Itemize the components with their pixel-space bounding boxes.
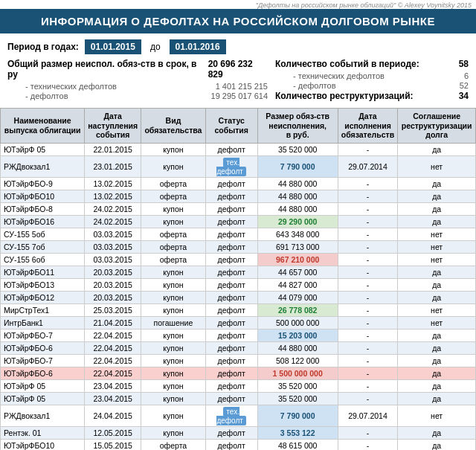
cell-amount: 1 500 000 000 [257, 367, 338, 379]
cell-agreement: нет [398, 253, 476, 266]
cell-bond-name: ЮТэйрФБО10 [1, 190, 85, 202]
cell-agreement: да [398, 202, 476, 215]
cell-amount: 691 713 000 [257, 240, 338, 253]
cell-obligation-type: купон [141, 341, 205, 354]
cell-exec-date: - [338, 354, 398, 367]
cell-bond-name: ЮТэйрФБО10 [1, 439, 85, 450]
cell-agreement: да [398, 426, 476, 439]
cell-agreement: нет [398, 155, 476, 177]
col-type: Видобязательства [141, 109, 205, 144]
cell-exec-date: - [338, 329, 398, 341]
cell-bond-name: ЮТэйрФ 05 [1, 143, 85, 155]
table-row: МирСтрТех125.03.2015купондефолт26 778 08… [1, 303, 476, 316]
table-row: СУ-155 5об03.03.2015офертадефолт643 348 … [1, 228, 476, 240]
cell-event-status: дефолт [205, 379, 257, 392]
cell-event-date: 23.04.2015 [85, 392, 141, 405]
cell-event-status: дефолт [205, 316, 257, 329]
table-row: ЮТэйрФБО-622.04.2015купондефолт44 880 00… [1, 341, 476, 354]
cell-agreement: да [398, 354, 476, 367]
cell-event-status: дефолт [205, 392, 257, 405]
cell-event-status: дефолт [205, 266, 257, 278]
cell-amount: 44 880 000 [257, 202, 338, 215]
cell-event-status: дефолт [205, 215, 257, 228]
total-label: Общий размер неиспол. обяз-ств в срок, в… [7, 59, 202, 80]
cell-amount: 35 520 000 [257, 379, 338, 392]
events-value: 58 [459, 59, 469, 71]
cell-exec-date: - [338, 215, 398, 228]
table-row: СУ-155 6об03.03.2015офертадефолт967 210 … [1, 253, 476, 266]
cell-amount: 35 520 000 [257, 143, 338, 155]
cell-agreement: да [398, 291, 476, 303]
period-from-date[interactable]: 01.01.2015 [85, 39, 141, 54]
cell-exec-date: - [338, 291, 398, 303]
cell-bond-name: СУ-155 5об [1, 228, 85, 240]
table-header-row: Наименованиевыпуска облигации Датанаступ… [1, 109, 476, 144]
cell-exec-date: - [338, 316, 398, 329]
cell-amount: 508 122 000 [257, 354, 338, 367]
cell-agreement: да [398, 439, 476, 450]
table-row: ИнтрБанк121.04.2015погашениедефолт500 00… [1, 316, 476, 329]
events-label: Количество событий в периоде: [275, 59, 419, 69]
default-label: - дефолтов [25, 91, 68, 100]
cell-exec-date: - [338, 392, 398, 405]
cell-event-date: 23.01.2015 [85, 155, 141, 177]
cell-event-date: 22.04.2015 [85, 354, 141, 367]
cell-amount: 7 790 000 [257, 405, 338, 426]
cell-exec-date: 29.07.2014 [338, 405, 398, 426]
cell-bond-name: СУ-155 7об [1, 240, 85, 253]
cell-obligation-type: оферта [141, 253, 205, 266]
cell-event-date: 20.03.2015 [85, 291, 141, 303]
cell-event-status: дефолт [205, 303, 257, 316]
cell-agreement: да [398, 215, 476, 228]
table-row: ЮТэйрФБО-824.02.2015купондефолт44 880 00… [1, 202, 476, 215]
cell-obligation-type: купон [141, 291, 205, 303]
cell-bond-name: ЮТэйрФБО16 [1, 215, 85, 228]
cell-bond-name: РЖДвокзал1 [1, 405, 85, 426]
cell-amount: 44 880 000 [257, 177, 338, 190]
cell-bond-name: ИнтрБанк1 [1, 316, 85, 329]
cell-event-status: дефолт [205, 253, 257, 266]
cell-obligation-type: купон [141, 278, 205, 291]
cell-exec-date: - [338, 266, 398, 278]
cell-exec-date: 29.07.2014 [338, 155, 398, 177]
cell-obligation-type: купон [141, 405, 205, 426]
cell-event-status: дефолт [205, 354, 257, 367]
cell-exec-date: - [338, 278, 398, 291]
cell-event-date: 20.03.2015 [85, 266, 141, 278]
cell-agreement: да [398, 177, 476, 190]
cell-agreement: да [398, 329, 476, 341]
table-row: ЮТэйрФ 0523.04.2015купондефолт35 520 000… [1, 379, 476, 392]
cell-exec-date: - [338, 228, 398, 240]
cell-event-status: дефолт [205, 190, 257, 202]
cell-obligation-type: купон [141, 266, 205, 278]
cell-bond-name: МирСтрТех1 [1, 303, 85, 316]
cell-amount: 643 348 000 [257, 228, 338, 240]
total-value: 20 696 232 829 [208, 59, 268, 81]
cell-event-status: дефолт [205, 426, 257, 439]
cell-exec-date: - [338, 253, 398, 266]
col-agree: Соглашениереструктуризациидолга [398, 109, 476, 144]
cell-obligation-type: оферта [141, 177, 205, 190]
cell-event-status: дефолт [205, 341, 257, 354]
cell-agreement: нет [398, 240, 476, 253]
cell-agreement: нет [398, 405, 476, 426]
cell-event-date: 24.02.2015 [85, 215, 141, 228]
cell-bond-name: ЮТэйрФБО12 [1, 291, 85, 303]
cell-amount: 44 880 000 [257, 190, 338, 202]
table-row: ЮТэйрФБО-913.02.2015офертадефолт44 880 0… [1, 177, 476, 190]
table-row: ЮТэйрФБО-622.04.2015купондефолт1 500 000… [1, 367, 476, 379]
table-row: ЮТэйрФБО1624.02.2015купондефолт29 290 00… [1, 215, 476, 228]
cell-event-status: дефолт [205, 228, 257, 240]
cell-obligation-type: купон [141, 354, 205, 367]
cell-obligation-type: купон [141, 202, 205, 215]
cell-event-status: дефолт [205, 177, 257, 190]
cell-agreement: нет [398, 316, 476, 329]
period-to-date[interactable]: 01.01.2016 [170, 39, 226, 54]
cell-bond-name: ЮТэйрФБО-6 [1, 367, 85, 379]
cell-bond-name: ЮТэйрФБО-7 [1, 329, 85, 341]
table-row: СУ-155 7об03.03.2015офертадефолт691 713 … [1, 240, 476, 253]
right-default-label: - дефолтов [293, 81, 335, 90]
cell-bond-name: ЮТэйрФБО-8 [1, 202, 85, 215]
col-date: Датанаступлениясобытия [85, 109, 141, 144]
cell-exec-date: - [338, 379, 398, 392]
